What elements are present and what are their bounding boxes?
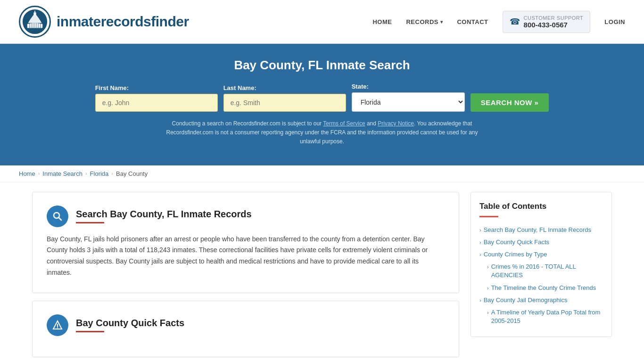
chevron-right-icon: › (479, 297, 481, 304)
sidebar: Table of Contents › Search Bay County, F… (471, 192, 612, 337)
breadcrumb-home[interactable]: Home (19, 170, 35, 177)
toc-card: Table of Contents › Search Bay County, F… (471, 192, 612, 337)
support-details: CUSTOMER SUPPORT 800-433-0567 (524, 15, 584, 29)
logo-icon (19, 6, 51, 38)
toc-item-1: › Search Bay County, FL Inmate Records (479, 224, 603, 236)
search-form: First Name: Last Name: State: Florida SE… (19, 83, 625, 112)
last-name-group: Last Name: (223, 84, 346, 112)
phone-icon: ☎ (510, 16, 520, 27)
toc-item-5: › The Timeline the County Crime Trends (479, 282, 603, 294)
main-nav: HOME RECORDS ▾ CONTACT ☎ CUSTOMER SUPPOR… (372, 11, 625, 33)
search-section-body: Bay County, FL jails hold prisoners afte… (47, 234, 445, 279)
search-section-card: Search Bay County, FL Inmate Records Bay… (32, 192, 459, 293)
chevron-right-icon: › (479, 227, 481, 234)
nav-login[interactable]: LOGIN (604, 18, 625, 25)
chevron-right-icon: › (479, 239, 481, 246)
disclaimer-text: Conducting a search on Recordsfinder.com… (157, 119, 487, 147)
logo-text: inmaterecordsfinder (57, 14, 189, 30)
customer-support-box: ☎ CUSTOMER SUPPORT 800-433-0567 (503, 11, 591, 33)
quick-facts-header: Bay County Quick Facts (47, 314, 445, 336)
search-button[interactable]: SEARCH NOW » (471, 93, 549, 112)
toc-link-2[interactable]: › Bay County Quick Facts (479, 238, 603, 247)
hero-title: Bay County, FL Inmate Search (19, 58, 625, 73)
toc-link-5[interactable]: › The Timeline the County Crime Trends (487, 284, 603, 292)
state-label: State: (352, 83, 369, 90)
toc-link-3[interactable]: › County Crimes by Type (479, 250, 603, 259)
chevron-right-icon: › (487, 309, 489, 316)
toc-item-7: › A Timeline of Yearly Data Pop Total fr… (479, 306, 603, 327)
svg-rect-4 (34, 11, 35, 13)
toc-link-7[interactable]: › A Timeline of Yearly Data Pop Total fr… (487, 308, 603, 325)
toc-link-6[interactable]: › Bay County Jail Demographics (479, 296, 603, 304)
breadcrumb-florida[interactable]: Florida (90, 170, 109, 177)
nav-home[interactable]: HOME (372, 18, 392, 25)
chevron-down-icon: ▾ (440, 19, 443, 25)
toc-item-6: › Bay County Jail Demographics (479, 294, 603, 306)
breadcrumb-sep-2: › (85, 171, 87, 176)
toc-link-1[interactable]: › Search Bay County, FL Inmate Records (479, 226, 603, 234)
breadcrumb-sep-3: › (111, 171, 113, 176)
toc-item-4: › Crimes % in 2016 - TOTAL ALL AGENCIES (479, 261, 603, 281)
toc-item-3: › County Crimes by Type (479, 248, 603, 261)
hero-banner: Bay County, FL Inmate Search First Name:… (0, 44, 644, 165)
nav-contact[interactable]: CONTACT (457, 18, 488, 25)
privacy-link[interactable]: Privacy Notice (378, 120, 414, 127)
svg-line-12 (59, 217, 62, 220)
search-section-underline (76, 222, 104, 223)
search-section-header: Search Bay County, FL Inmate Records (47, 206, 445, 227)
svg-rect-5 (29, 23, 30, 28)
logo-area: inmaterecordsfinder (19, 6, 189, 38)
search-section-title-block: Search Bay County, FL Inmate Records (76, 209, 252, 223)
svg-rect-8 (36, 23, 37, 28)
breadcrumb-current: Bay County (116, 170, 148, 177)
breadcrumb-inmate-search[interactable]: Inmate Search (42, 170, 83, 177)
nav-records[interactable]: RECORDS ▾ (406, 18, 443, 25)
svg-rect-6 (32, 23, 33, 28)
toc-link-4[interactable]: › Crimes % in 2016 - TOTAL ALL AGENCIES (487, 263, 603, 280)
state-select[interactable]: Florida (352, 92, 465, 112)
last-name-input[interactable] (223, 94, 346, 112)
warning-icon-circle (47, 314, 68, 336)
info-icon (52, 320, 63, 331)
svg-point-14 (57, 327, 58, 328)
quick-facts-title-block: Bay County Quick Facts (76, 318, 184, 332)
toc-item-2: › Bay County Quick Facts (479, 236, 603, 248)
breadcrumb-sep-1: › (38, 171, 40, 176)
toc-underline (479, 216, 498, 217)
first-name-label: First Name: (95, 84, 129, 91)
svg-rect-10 (40, 23, 41, 28)
breadcrumb: Home › Inmate Search › Florida › Bay Cou… (0, 165, 644, 182)
first-name-group: First Name: (95, 84, 218, 112)
search-section-title: Search Bay County, FL Inmate Records (76, 209, 252, 220)
chevron-right-icon: › (479, 251, 481, 258)
last-name-label: Last Name: (223, 84, 256, 91)
content-area: Search Bay County, FL Inmate Records Bay… (32, 192, 459, 362)
quick-facts-card: Bay County Quick Facts (32, 301, 459, 357)
main-content: Search Bay County, FL Inmate Records Bay… (23, 192, 621, 362)
svg-rect-9 (38, 23, 39, 28)
search-icon (52, 211, 63, 222)
toc-title: Table of Contents (479, 202, 603, 211)
quick-facts-underline (76, 331, 104, 332)
tos-link[interactable]: Terms of Service (323, 120, 365, 127)
first-name-input[interactable] (95, 94, 218, 112)
state-group: State: Florida (352, 83, 465, 112)
quick-facts-title: Bay County Quick Facts (76, 318, 184, 329)
chevron-right-icon: › (487, 263, 489, 271)
toc-list: › Search Bay County, FL Inmate Records ›… (479, 224, 603, 328)
chevron-right-icon: › (487, 285, 489, 292)
svg-rect-7 (33, 23, 34, 28)
search-icon-circle (47, 206, 68, 227)
site-header: inmaterecordsfinder HOME RECORDS ▾ CONTA… (0, 0, 644, 44)
